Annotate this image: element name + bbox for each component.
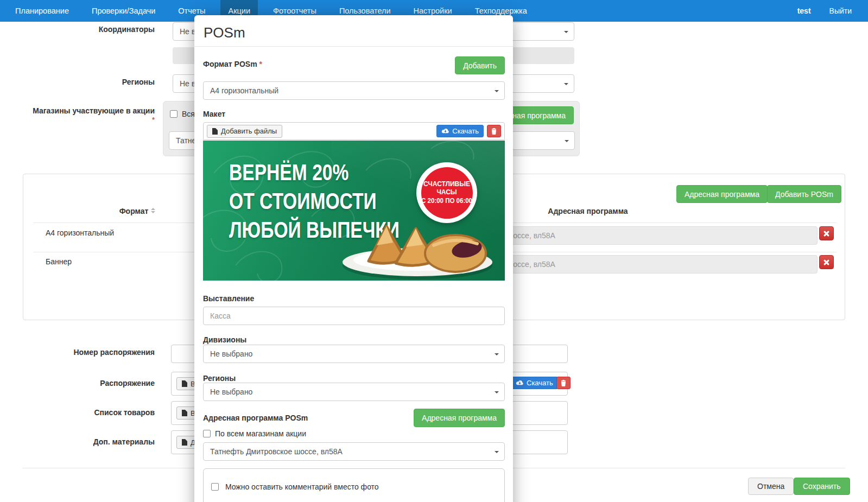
comment-checkbox-label: Можно оставить комментарий вместо фото bbox=[225, 482, 379, 491]
store-select-modal[interactable]: Татнефть Дмитровское шоссе, вл58А bbox=[203, 442, 505, 461]
username[interactable]: test bbox=[797, 7, 811, 15]
remove-row-button[interactable] bbox=[819, 255, 834, 269]
address-program-button-table[interactable]: Адресная программа bbox=[676, 185, 768, 203]
materials-label: Доп. материалы bbox=[11, 437, 155, 446]
delete-layout-button[interactable] bbox=[487, 125, 501, 137]
modal-regions-select[interactable]: Не выбрано bbox=[203, 383, 505, 401]
divisions-select[interactable]: Не выбрано bbox=[203, 345, 505, 363]
comment-option-box: Можно оставить комментарий вместо фото bbox=[203, 468, 505, 502]
column-header-address-program: Адресная программа bbox=[512, 207, 664, 215]
trash-icon bbox=[561, 380, 566, 386]
download-layout-button[interactable]: Скачать bbox=[436, 125, 484, 137]
address-program-posm-label: Адресная программа POSm bbox=[203, 414, 308, 422]
happy-hours-badge: СЧАСТЛИВЫЕ ЧАСЫ С 20:00 ПО 06:00 bbox=[416, 162, 477, 223]
address-program-button-modal[interactable]: Адресная программа bbox=[414, 409, 505, 427]
chevron-down-icon bbox=[495, 90, 499, 92]
required-mark: * bbox=[259, 60, 262, 68]
placement-label: Выставление bbox=[203, 294, 254, 303]
modal-regions-label: Регионы bbox=[203, 374, 236, 383]
chevron-down-icon bbox=[565, 140, 569, 142]
stores-label: Магазины участвующие в акции * bbox=[11, 106, 155, 124]
chevron-down-icon bbox=[564, 83, 568, 85]
divider bbox=[194, 46, 513, 47]
layout-upload-box: Добавить файлы Скачать bbox=[203, 122, 505, 140]
chevron-down-icon bbox=[495, 353, 499, 355]
order-label: Распоряжение bbox=[11, 379, 155, 387]
chevron-down-icon bbox=[495, 451, 499, 453]
divisions-label: Дивизионы bbox=[203, 335, 246, 344]
format-select[interactable]: А4 горизонтальный bbox=[203, 81, 505, 100]
cloud-download-icon bbox=[441, 128, 449, 134]
coordinators-label: Координаторы bbox=[11, 25, 155, 34]
chevron-down-icon bbox=[495, 391, 499, 393]
add-posm-button[interactable]: Добавить POSm bbox=[767, 185, 841, 203]
navbar-right: test Выйти bbox=[797, 0, 868, 22]
nav-item-planning[interactable]: Планирование bbox=[8, 0, 77, 22]
file-icon bbox=[182, 410, 187, 416]
all-network-checkbox[interactable] bbox=[170, 110, 178, 118]
format-value: А4 горизонтальный bbox=[210, 86, 278, 95]
modal-title: POSm bbox=[204, 24, 245, 41]
add-files-button[interactable]: Добавить файлы bbox=[207, 125, 282, 138]
required-mark: * bbox=[152, 116, 155, 124]
file-icon bbox=[182, 380, 187, 387]
all-stores-label: По всем магазинам акции bbox=[215, 429, 306, 438]
cloud-download-icon bbox=[516, 380, 524, 386]
table-row-format: А4 горизонтальный bbox=[46, 228, 114, 237]
placement-value: Касса bbox=[210, 312, 231, 320]
divisions-value: Не выбрано bbox=[210, 350, 252, 358]
format-posm-label: Формат POSm * bbox=[203, 60, 262, 68]
order-number-label: Номер распоряжения bbox=[11, 348, 155, 357]
pastries-plate-image bbox=[339, 215, 502, 281]
nav-item-checks-tasks[interactable]: Проверки/Задачи bbox=[84, 0, 163, 22]
comment-checkbox[interactable] bbox=[211, 483, 219, 491]
remove-icon bbox=[823, 259, 829, 265]
save-button[interactable]: Сохранить bbox=[794, 478, 850, 495]
regions-label: Регионы bbox=[11, 78, 155, 86]
table-row-format: Баннер bbox=[46, 257, 72, 266]
trash-icon bbox=[491, 128, 497, 135]
delete-order-button[interactable] bbox=[556, 377, 571, 389]
sort-icon bbox=[151, 208, 155, 213]
remove-icon bbox=[823, 231, 829, 237]
store-value-modal: Татнефть Дмитровское шоссе, вл58А bbox=[210, 447, 343, 456]
add-format-button[interactable]: Добавить bbox=[455, 56, 505, 74]
modal-regions-value: Не выбрано bbox=[210, 387, 252, 396]
cancel-button[interactable]: Отмена bbox=[748, 478, 794, 495]
chevron-down-icon bbox=[564, 31, 568, 33]
file-icon bbox=[212, 128, 218, 135]
placement-input[interactable]: Касса bbox=[203, 307, 505, 325]
remove-row-button[interactable] bbox=[819, 226, 834, 240]
posm-modal: POSm Формат POSm * Добавить А4 горизонта… bbox=[194, 15, 513, 502]
all-stores-checkbox[interactable] bbox=[203, 430, 211, 437]
logout-link[interactable]: Выйти bbox=[829, 7, 852, 15]
promo-banner-image: ВЕРНЁМ 20% ОТ СТОИМОСТИ ЛЮБОЙ ВЫПЕЧКИ СЧ… bbox=[203, 141, 505, 281]
download-order-button[interactable]: Скачать bbox=[511, 377, 558, 389]
app-screen: Координаторы Не выбрано Регионы Не выбра… bbox=[0, 0, 868, 502]
products-label: Список товаров bbox=[11, 408, 155, 417]
layout-label: Макет bbox=[203, 110, 225, 118]
file-icon bbox=[182, 439, 187, 446]
